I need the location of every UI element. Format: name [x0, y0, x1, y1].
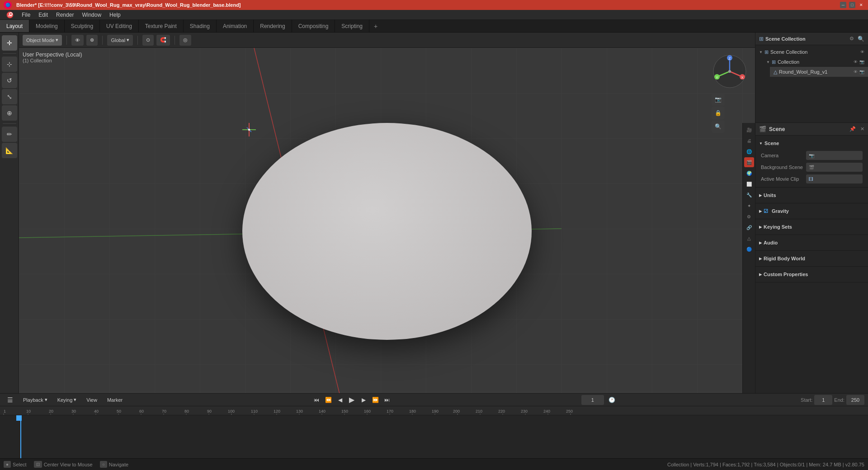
active-movie-clip-value[interactable]: 🎞 — [806, 174, 863, 183]
keying-menu[interactable]: Keying ▾ — [54, 396, 80, 404]
collection-render-icon[interactable]: 📷 — [859, 60, 864, 64]
close-button[interactable]: ✕ — [858, 2, 864, 8]
scene-section-arrow: ▼ — [759, 141, 763, 146]
proportional-edit-button[interactable]: ◎ — [179, 35, 191, 46]
tab-rendering[interactable]: Rendering — [254, 20, 292, 32]
props-physics-tab[interactable]: ⚙ — [744, 212, 754, 221]
timeline-ruler[interactable]: // This will be done with actual DOM aft… — [0, 406, 868, 415]
playback-menu[interactable]: Playback ▾ — [19, 396, 51, 404]
prev-keyframe-btn[interactable]: ⏪ — [323, 395, 333, 405]
gravity-section-label: Gravity — [772, 208, 789, 214]
lock-camera-btn[interactable]: 🔒 — [712, 107, 724, 119]
props-constraints-tab[interactable]: 🔗 — [744, 222, 754, 232]
tab-layout[interactable]: Layout — [0, 20, 29, 32]
visibility-icon[interactable]: 👁 — [860, 50, 864, 54]
step-back-btn[interactable]: ◀ — [335, 395, 345, 405]
props-view-layer-tab[interactable]: 🌐 — [744, 146, 754, 156]
camera-view-btn[interactable]: 📷 — [712, 93, 724, 106]
props-render-tab[interactable]: 🎥 — [744, 125, 754, 135]
center-view-status: ⊡ Center View to Mouse — [34, 461, 93, 468]
props-world-tab[interactable]: 🌍 — [744, 168, 754, 178]
maximize-button[interactable]: □ — [849, 2, 855, 8]
menu-edit[interactable]: Edit — [35, 11, 52, 19]
props-scene-tab[interactable]: 🎬 — [744, 157, 754, 167]
view-mode-button[interactable]: 👁 — [71, 35, 84, 46]
props-material-tab[interactable]: 🔵 — [744, 244, 754, 254]
object-mode-selector[interactable]: Object Mode ▾ — [23, 35, 62, 46]
rug-render-icon[interactable]: 📷 — [859, 70, 864, 74]
jump-start-btn[interactable]: ⏮ — [311, 395, 321, 405]
viewport-3d[interactable]: User Perspective (Local) (1) Collection … — [19, 48, 755, 393]
outliner-filter-icon[interactable]: ⚙ — [849, 36, 854, 42]
camera-label: Camera — [761, 153, 806, 158]
gravity-section-header[interactable]: ▶ ☑ Gravity — [759, 205, 864, 217]
timeline-header: ☰ Playback ▾ Keying ▾ View Marker ⏮ ⏪ ◀ … — [0, 394, 868, 406]
outliner-item-collection[interactable]: ▼ ⊞ Collection 👁 📷 — [763, 57, 868, 67]
viewport-gizmo[interactable]: Z X Y — [712, 53, 748, 89]
transform-chevron: ▾ — [127, 37, 129, 43]
window-controls[interactable]: ─ □ ✕ — [840, 2, 864, 8]
tab-uv-editing[interactable]: UV Editing — [100, 20, 139, 32]
play-btn[interactable]: ▶ — [347, 395, 357, 405]
properties-header-close[interactable]: ✕ — [860, 126, 864, 132]
tab-texture-paint[interactable]: Texture Paint — [139, 20, 184, 32]
cursor-tool-btn[interactable]: ✛ — [2, 35, 17, 51]
tab-compositing[interactable]: Compositing — [292, 20, 335, 32]
transform-tool-btn[interactable]: ⊕ — [2, 105, 17, 121]
units-section-header[interactable]: ▶ Units — [759, 189, 864, 201]
tab-animation[interactable]: Animation — [217, 20, 254, 32]
camera-value[interactable]: 📷 — [806, 151, 863, 160]
pivot-point-button[interactable]: ⊙ — [142, 35, 154, 46]
move-tool-btn[interactable]: ⊹ — [2, 56, 17, 72]
menu-blender[interactable] — [3, 10, 17, 19]
keying-label: Keying — [57, 397, 73, 403]
properties-header-pin[interactable]: 📌 — [849, 126, 856, 132]
current-frame-input[interactable]: 1 — [581, 395, 604, 405]
audio-section-header[interactable]: ▶ Audio — [759, 237, 864, 249]
end-frame-input[interactable]: 250 — [846, 395, 864, 405]
viewport-perspective-label: User Perspective (Local) — [23, 52, 82, 58]
menu-window[interactable]: Window — [78, 11, 105, 19]
tab-modeling[interactable]: Modeling — [29, 20, 65, 32]
rug-visibility-icon[interactable]: 👁 — [854, 70, 858, 74]
rotate-tool-btn[interactable]: ↺ — [2, 73, 17, 88]
transform-global-selector[interactable]: Global ▾ — [107, 35, 133, 46]
jump-end-btn[interactable]: ⏭ — [382, 395, 392, 405]
keying-sets-header[interactable]: ▶ Keying Sets — [759, 221, 864, 233]
snap-button[interactable]: 🧲 — [156, 35, 170, 46]
annotate-tool-btn[interactable]: ✏ — [2, 127, 17, 142]
background-scene-value[interactable]: 🎬 — [806, 163, 863, 172]
timeline-menu-btn[interactable]: ☰ — [4, 395, 17, 404]
props-modifier-tab[interactable]: 🔧 — [744, 190, 754, 200]
marker-menu[interactable]: Marker — [104, 396, 126, 404]
tab-shading[interactable]: Shading — [184, 20, 217, 32]
select-mode-button[interactable]: ⊕ — [86, 35, 98, 46]
menu-render[interactable]: Render — [52, 11, 77, 19]
props-output-tab[interactable]: 🖨 — [744, 136, 754, 146]
next-keyframe-btn[interactable]: ⏩ — [370, 395, 380, 405]
step-forward-btn[interactable]: ▶ — [359, 395, 368, 405]
outliner-item-rug[interactable]: △ Round_Wool_Rug_v1 👁 📷 — [770, 67, 868, 77]
menu-help[interactable]: Help — [106, 11, 124, 19]
scale-tool-btn[interactable]: ⤡ — [2, 89, 17, 104]
custom-props-header[interactable]: ▶ Custom Properties — [759, 268, 864, 280]
rigid-body-header[interactable]: ▶ Rigid Body World — [759, 253, 864, 264]
scene-section-header[interactable]: ▼ Scene — [759, 137, 864, 149]
search-btn[interactable]: 🔍 — [712, 120, 724, 133]
minimize-button[interactable]: ─ — [840, 2, 846, 8]
tab-scripting[interactable]: Scripting — [335, 20, 369, 32]
collection-visibility-icon[interactable]: 👁 — [854, 60, 858, 64]
outliner-search-icon[interactable]: 🔍 — [858, 36, 864, 42]
props-particles-tab[interactable]: ✦ — [744, 201, 754, 211]
props-object-tab[interactable]: ⬜ — [744, 179, 754, 189]
menu-file[interactable]: File — [18, 11, 34, 19]
gravity-checkbox[interactable]: ☑ — [764, 208, 768, 214]
add-workspace-button[interactable]: + — [369, 21, 382, 32]
props-object-data-tab[interactable]: △ — [744, 233, 754, 243]
view-menu[interactable]: View — [83, 396, 101, 404]
start-frame-input[interactable]: 1 — [814, 395, 832, 405]
timeline-area[interactable] — [0, 415, 868, 459]
outliner-item-scene-collection[interactable]: ▼ ⊞ Scene Collection 👁 — [755, 47, 868, 57]
tab-sculpting[interactable]: Sculpting — [65, 20, 100, 32]
measure-tool-btn[interactable]: 📐 — [2, 143, 17, 158]
